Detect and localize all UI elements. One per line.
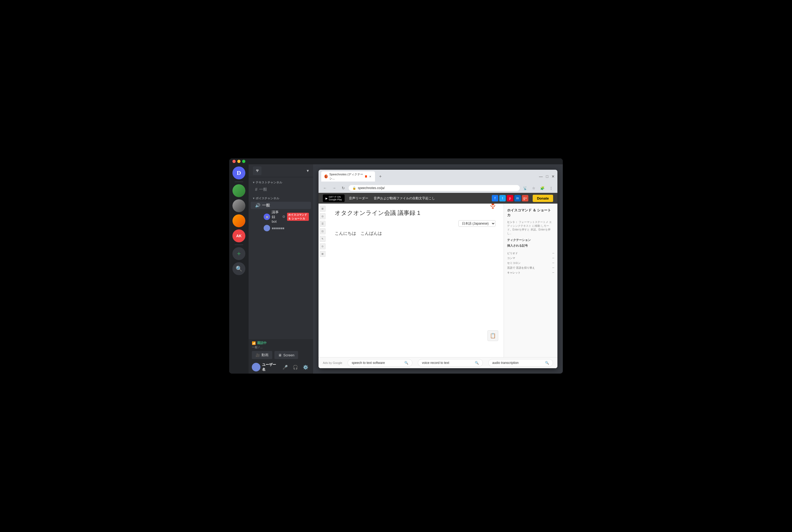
recording-indicator [365,175,367,177]
video-button[interactable]: 🎥 動画 [252,351,272,359]
text-channel-section: ▾ テキストチャンネル # 一般 [249,179,313,193]
maximize-button[interactable] [242,160,245,163]
twitter-icon[interactable]: t [499,195,506,202]
back-button[interactable]: ← [321,184,329,192]
extensions-button[interactable]: 🧩 [539,184,546,192]
tab-close-button[interactable]: ✕ [369,174,372,178]
toolbar-btn-7[interactable]: ⊠ [320,251,325,257]
toolbar-btn-1[interactable]: ⊞ [320,206,325,212]
google-plus-icon[interactable]: g+ [522,195,528,202]
browser-window: 🎤 Speechnotes (ディクテーシ... ✕ + — □ ✕ [319,170,558,368]
nav-item-transcription[interactable]: 音声および動画ファイルの自動文字起こし [374,196,435,201]
copy-icon: 📋 [490,333,496,339]
username-display: ユーザー名 [262,362,279,372]
voice-user-member: ■■■■■■ [262,224,311,232]
url-text: speechnotes.co/ja/ [358,186,385,190]
toolbar-btn-2[interactable]: ◎ [320,213,325,219]
forward-button[interactable]: → [331,184,338,192]
server-icon-3[interactable] [232,214,245,227]
voice-channels-category[interactable]: ▾ ボイスチャンネル [249,195,313,202]
hint-label: ヒント： [507,221,518,224]
search-suggestion-2[interactable]: voice record to text 🔍 [418,359,483,366]
voice-channel-section: ▾ ボイスチャンネル 🔊 一般 🤖 [249,195,313,232]
cast-button[interactable]: 📡 [521,184,529,192]
voice-call-status: 📶 通話中 [252,341,310,345]
screen-share-button[interactable]: 🖥 Screen [275,351,298,359]
mic-control-button[interactable]: 🎤 [281,363,289,372]
browser-menu-button[interactable]: ⋮ [547,184,555,192]
voice-call-channel: 一般 / ... [252,345,310,349]
reload-button[interactable]: ↻ [340,184,347,192]
cmd-label-5: キャレット [507,271,521,274]
bot-name: 議事録bot [272,210,280,224]
cmd-key-5: -- [552,271,554,274]
toolbar-btn-3[interactable]: ☰ [320,221,325,227]
server-icon-1[interactable] [232,184,245,197]
facebook-icon[interactable]: f [492,195,498,202]
server-icon-2[interactable] [232,199,245,212]
search-icon-1: 🔍 [404,361,408,365]
server-header[interactable]: サ ▾ [249,164,313,177]
search-suggestion-1[interactable]: speech to text software 🔍 [347,359,412,366]
google-play-button[interactable]: ▶ GET IT ONGoogle Play [323,194,345,202]
server-icon-4[interactable]: AK [232,229,245,242]
cmd-label-2: コンマ [507,256,515,260]
cmd-key-1: -- [552,251,554,255]
bot-avatar: 🤖 [264,213,270,220]
channel-list: ▾ テキストチャンネル # 一般 ▾ ボイスチャンネル [249,177,313,339]
pinterest-icon[interactable]: p [507,195,513,202]
language-selector[interactable]: 日本語 (Japanese) [458,220,495,227]
cmd-label-4: 言語で 言語を切り替え [507,266,535,270]
search-suggestion-3[interactable]: audio transcription 🔍 [488,359,553,366]
voice-channel-icon: 🔊 [255,203,260,208]
browser-maximize-button[interactable]: □ [546,174,548,178]
add-server-button[interactable]: + [232,247,245,260]
text-channels-category[interactable]: ▾ テキストチャンネル [249,179,313,186]
browser-tab-active[interactable]: 🎤 Speechnotes (ディクテーシ... ✕ [321,171,375,182]
nav-item-reader[interactable]: 音声リーダー [349,196,368,201]
minimize-button[interactable] [237,160,241,163]
mic-button[interactable]: ! [488,204,498,212]
cmd-label-1: ピリオド [507,251,518,255]
server-menu-icon[interactable]: ▾ [307,168,309,173]
browser-minimize-button[interactable]: — [539,174,543,178]
voice-channel-name: 一般 [262,203,270,208]
left-side-toolbar: ⊞ ◎ ☰ ⊡ ✎ ⊙ ⊠ [319,204,326,357]
headphone-control-button[interactable]: 🎧 [291,363,300,372]
user-avatar [252,363,260,372]
command-section-1: ティクテーション 挿入される記号 [507,238,554,248]
bookmark-button[interactable]: ☆ [530,184,538,192]
browser-close-button[interactable]: ✕ [551,174,555,178]
new-tab-button[interactable]: + [377,173,384,180]
speechnotes-page: ▶ GET IT ONGoogle Play 音声リーダー 音声および動画ファイ… [319,193,558,368]
speechnotes-main: ⊞ ◎ ☰ ⊡ ✎ ⊙ ⊠ オタクオンライン会議 議事録 1 [319,204,558,357]
linkedin-icon[interactable]: in [514,195,521,202]
voice-channel-users: 🤖 議事録bot ⚙ ホイスコマンド ＆ ショートカ ■■■■■■ [249,209,313,232]
address-bar[interactable]: 🔒 speechnotes.co/ja/ [348,185,520,191]
close-button[interactable] [232,160,235,163]
toolbar-btn-6[interactable]: ⊙ [320,243,325,249]
command-row-5: キャレット -- [507,271,554,274]
copy-button[interactable]: 📋 [488,330,498,341]
channel-item-general-text[interactable]: # 一般 [251,186,311,193]
editor-content[interactable]: こんにちは こんばんは [335,230,495,352]
voice-call-bar: 📶 通話中 一般 / ... 🎥 動画 🖥 Screen [249,339,313,361]
server-divider [234,182,243,182]
toolbar-btn-4[interactable]: ⊡ [320,228,325,234]
donate-button[interactable]: Donate [533,195,553,202]
language-selector-row: 日本語 (Japanese) [335,220,495,227]
signal-icon: 📶 [252,341,256,345]
live-badge: ホイスコマンド ＆ ショートカ [287,213,309,221]
browser-chrome: 🎤 Speechnotes (ディクテーシ... ✕ + — □ ✕ [319,170,558,193]
speechnotes-nav: 音声リーダー 音声および動画ファイルの自動文字起こし [349,196,435,201]
user-settings-button[interactable]: ⚙️ [301,363,310,372]
call-status-text: 通話中 [257,341,267,345]
discover-servers-button[interactable]: 🔍 [232,262,245,275]
discord-home-button[interactable]: D [232,167,245,179]
document-title[interactable]: オタクオンライン会議 議事録 1 [335,209,495,217]
channel-item-general-voice[interactable]: 🔊 一般 [251,202,311,209]
browser-window-controls: — □ ✕ [539,174,555,178]
mic-button-container: ! [488,204,498,212]
toolbar-btn-5[interactable]: ✎ [320,236,325,242]
voice-category-chevron: ▾ [253,196,254,200]
